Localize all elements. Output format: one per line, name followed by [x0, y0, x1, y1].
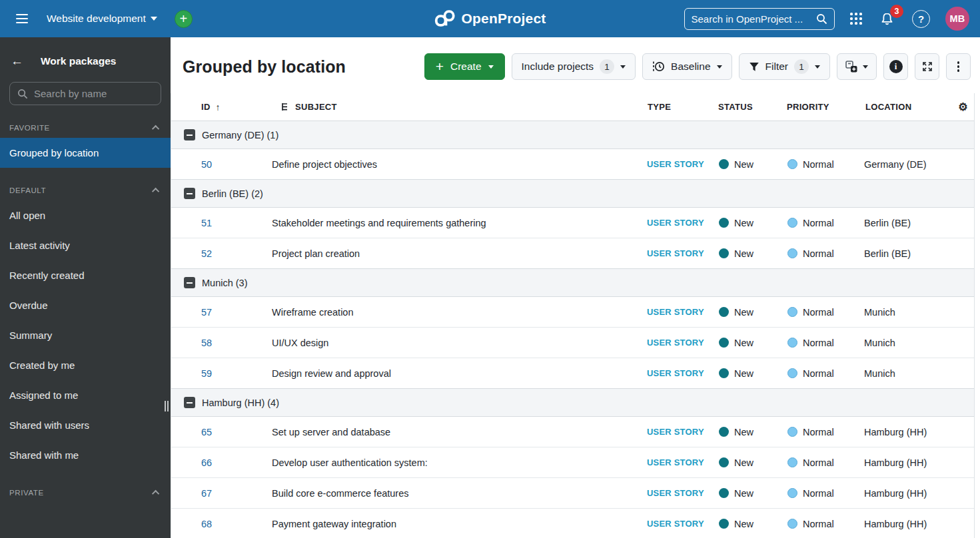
- column-header-subject[interactable]: SUBJECT: [267, 102, 636, 112]
- work-package-id-link[interactable]: 51: [201, 218, 212, 228]
- priority-cell[interactable]: Normal: [783, 427, 860, 437]
- work-package-id-link[interactable]: 58: [201, 338, 212, 348]
- work-package-id-link[interactable]: 57: [201, 307, 212, 318]
- create-button[interactable]: + Create: [424, 53, 505, 80]
- column-header-priority[interactable]: PRIORITY: [783, 102, 860, 112]
- location-cell[interactable]: Berlin (BE): [860, 218, 952, 228]
- sidebar-section-header[interactable]: FAVORITE: [0, 105, 171, 138]
- location-cell[interactable]: Germany (DE): [860, 159, 952, 170]
- location-cell[interactable]: Munich: [860, 338, 952, 348]
- quick-add-button[interactable]: +: [175, 10, 193, 28]
- subject-cell[interactable]: Set up server and database: [267, 427, 636, 437]
- column-header-type[interactable]: TYPE: [636, 102, 714, 112]
- type-cell[interactable]: USER STORY: [636, 159, 714, 169]
- subject-cell[interactable]: Build core e-commerce features: [267, 488, 636, 499]
- priority-cell[interactable]: Normal: [783, 307, 860, 318]
- table-row[interactable]: 67Build core e-commerce featuresUSER STO…: [171, 478, 974, 509]
- column-header-status[interactable]: STATUS: [714, 102, 783, 112]
- work-package-id-link[interactable]: 65: [201, 427, 212, 437]
- sidebar-item[interactable]: All open: [0, 200, 171, 230]
- table-row[interactable]: 58UI/UX designUSER STORYNewNormalMunich: [171, 328, 974, 358]
- subject-cell[interactable]: Wireframe creation: [267, 307, 636, 318]
- location-cell[interactable]: Munich: [860, 307, 952, 318]
- status-cell[interactable]: New: [714, 248, 783, 259]
- column-header-id[interactable]: ID ↑: [171, 102, 267, 113]
- sidebar-item[interactable]: Assigned to me: [0, 380, 171, 410]
- type-cell[interactable]: USER STORY: [636, 519, 714, 529]
- status-cell[interactable]: New: [714, 488, 783, 499]
- baseline-button[interactable]: Baseline: [642, 53, 732, 80]
- location-cell[interactable]: Hamburg (HH): [860, 427, 952, 437]
- table-row[interactable]: 68Payment gateway integrationUSER STORYN…: [171, 509, 974, 538]
- work-package-id-link[interactable]: 68: [201, 519, 212, 529]
- priority-cell[interactable]: Normal: [783, 519, 860, 529]
- view-settings-button[interactable]: [837, 53, 877, 80]
- status-cell[interactable]: New: [714, 457, 783, 468]
- type-cell[interactable]: USER STORY: [636, 488, 714, 498]
- sidebar-item[interactable]: Latest activity: [0, 230, 171, 260]
- info-button[interactable]: i: [883, 53, 908, 80]
- notifications-button[interactable]: 3: [877, 9, 897, 29]
- global-search-input[interactable]: [692, 13, 811, 25]
- avatar[interactable]: MB: [945, 7, 969, 31]
- hamburger-menu-icon[interactable]: [11, 7, 33, 30]
- type-cell[interactable]: USER STORY: [636, 218, 714, 228]
- collapse-group-icon[interactable]: [184, 129, 195, 140]
- type-cell[interactable]: USER STORY: [636, 248, 714, 258]
- sidebar-item[interactable]: Recently created: [0, 260, 171, 290]
- sidebar-item[interactable]: Shared with me: [0, 440, 171, 470]
- priority-cell[interactable]: Normal: [783, 457, 860, 468]
- location-cell[interactable]: Munich: [860, 368, 952, 379]
- table-row[interactable]: 50Define project objectivesUSER STORYNew…: [171, 149, 974, 180]
- subject-cell[interactable]: UI/UX design: [267, 338, 636, 348]
- priority-cell[interactable]: Normal: [783, 338, 860, 348]
- work-package-id-link[interactable]: 67: [201, 488, 212, 499]
- table-row[interactable]: 59Design review and approvalUSER STORYNe…: [171, 358, 974, 389]
- subject-cell[interactable]: Define project objectives: [267, 159, 636, 170]
- table-row[interactable]: 51Stakeholder meetings and requirements …: [171, 208, 974, 238]
- location-cell[interactable]: Berlin (BE): [860, 248, 952, 259]
- work-package-id-link[interactable]: 59: [201, 368, 212, 379]
- sidebar-item[interactable]: Created by me: [0, 350, 171, 380]
- subject-cell[interactable]: Project plan creation: [267, 248, 636, 259]
- location-cell[interactable]: Hamburg (HH): [860, 519, 952, 529]
- priority-cell[interactable]: Normal: [783, 488, 860, 499]
- sidebar-section-header[interactable]: DEFAULT: [0, 168, 171, 200]
- hierarchy-icon[interactable]: [281, 103, 290, 111]
- group-header-row[interactable]: Hamburg (HH) (4): [171, 388, 974, 417]
- filter-button[interactable]: Filter 1: [739, 53, 830, 80]
- type-cell[interactable]: USER STORY: [636, 427, 714, 437]
- work-package-id-link[interactable]: 52: [201, 248, 212, 259]
- priority-cell[interactable]: Normal: [783, 248, 860, 259]
- work-package-id-link[interactable]: 50: [201, 159, 212, 170]
- table-row[interactable]: 65Set up server and databaseUSER STORYNe…: [171, 417, 974, 447]
- sidebar-item[interactable]: Overdue: [0, 290, 171, 320]
- table-row[interactable]: 66Develop user authentication system:USE…: [171, 447, 974, 478]
- status-cell[interactable]: New: [714, 368, 783, 379]
- priority-cell[interactable]: Normal: [783, 218, 860, 228]
- table-row[interactable]: 57Wireframe creationUSER STORYNewNormalM…: [171, 297, 974, 328]
- priority-cell[interactable]: Normal: [783, 368, 860, 379]
- status-cell[interactable]: New: [714, 307, 783, 318]
- type-cell[interactable]: USER STORY: [636, 368, 714, 378]
- status-cell[interactable]: New: [714, 338, 783, 348]
- collapse-group-icon[interactable]: [184, 188, 195, 199]
- sidebar-search[interactable]: [9, 82, 161, 105]
- column-header-location[interactable]: LOCATION: [860, 102, 952, 112]
- sidebar-item[interactable]: Summary: [0, 320, 171, 350]
- project-selector[interactable]: Website development: [47, 13, 157, 25]
- collapse-group-icon[interactable]: [184, 397, 195, 408]
- fullscreen-button[interactable]: [915, 53, 939, 80]
- subject-cell[interactable]: Design review and approval: [267, 368, 636, 379]
- subject-cell[interactable]: Payment gateway integration: [267, 519, 636, 529]
- location-cell[interactable]: Hamburg (HH): [860, 457, 952, 468]
- subject-cell[interactable]: Develop user authentication system:: [267, 457, 636, 468]
- type-cell[interactable]: USER STORY: [636, 338, 714, 348]
- sidebar-resize-handle[interactable]: [165, 401, 169, 411]
- global-search[interactable]: [684, 8, 835, 30]
- sidebar-section-header[interactable]: PRIVATE: [0, 470, 171, 503]
- subject-cell[interactable]: Stakeholder meetings and requirements ga…: [267, 218, 636, 228]
- location-cell[interactable]: Hamburg (HH): [860, 488, 952, 499]
- sidebar-item[interactable]: Grouped by location: [0, 138, 171, 168]
- table-settings-button[interactable]: ⚙: [952, 102, 974, 113]
